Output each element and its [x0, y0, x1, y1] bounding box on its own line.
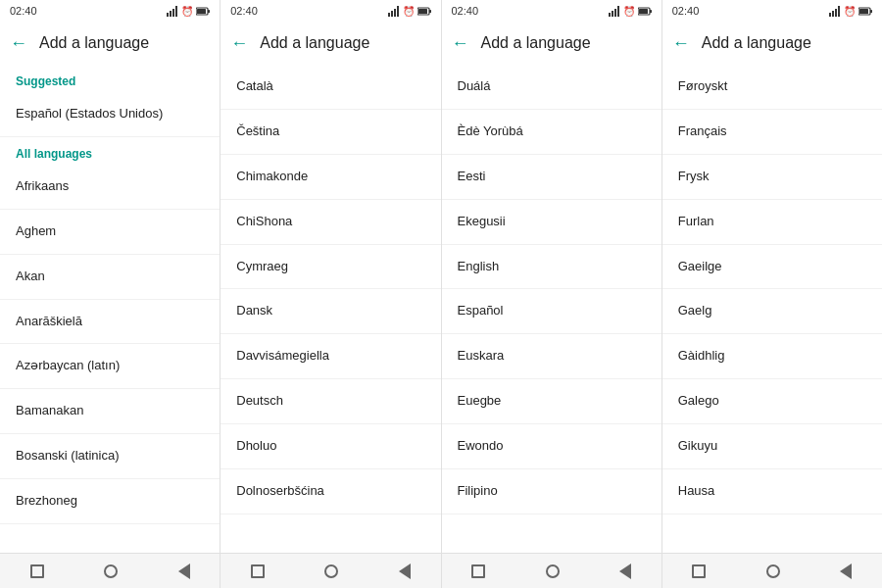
list-item[interactable]: Español — [442, 289, 662, 334]
nav-circle-icon[interactable] — [546, 564, 560, 578]
status-bar-4: 02:40⏰ — [662, 0, 882, 22]
list-item[interactable]: Anarāškielā — [0, 300, 220, 345]
list-item[interactable]: ChiShona — [220, 200, 440, 245]
svg-rect-26 — [870, 10, 872, 13]
language-list-4: FøroysktFrançaisFryskFurlanGaeilgeGaelgG… — [662, 65, 882, 553]
nav-circle-icon[interactable] — [104, 564, 118, 578]
svg-rect-15 — [612, 11, 613, 17]
svg-rect-0 — [167, 13, 169, 17]
phone-panel-3: 02:40⏰←Add a languageDuáláÈdè YorùbáEest… — [442, 0, 662, 588]
list-item[interactable]: Ekegusii — [442, 200, 662, 245]
battery-icon — [417, 6, 431, 16]
nav-bar-4 — [662, 553, 882, 588]
list-item[interactable]: Cymraeg — [220, 245, 440, 290]
phones-container: 02:40⏰←Add a languageSuggestedEspañol (E… — [0, 0, 882, 588]
svg-rect-6 — [197, 9, 206, 14]
status-bar-3: 02:40⏰ — [442, 0, 662, 22]
phone-panel-2: 02:40⏰←Add a languageCatalàČeštinaChimak… — [220, 0, 441, 588]
app-bar-title-3: Add a language — [481, 34, 591, 52]
app-bar-2: ←Add a language — [220, 22, 440, 65]
status-icons-2: ⏰ — [388, 5, 431, 17]
list-item[interactable]: Dolnoserbšćina — [220, 469, 440, 514]
status-icons-1: ⏰ — [167, 5, 210, 17]
svg-rect-14 — [609, 13, 611, 17]
list-item[interactable]: Dholuo — [220, 424, 440, 469]
app-bar-title-2: Add a language — [260, 34, 369, 52]
list-item[interactable]: Français — [662, 110, 882, 155]
list-item[interactable]: Azərbaycan (latın) — [0, 344, 220, 389]
list-item[interactable]: Afrikaans — [0, 165, 220, 210]
list-item[interactable]: Euegbe — [442, 379, 662, 424]
svg-rect-22 — [832, 11, 834, 17]
list-item[interactable]: Eesti — [442, 155, 662, 200]
list-item[interactable]: Ewondo — [442, 424, 662, 469]
alarm-icon: ⏰ — [623, 6, 635, 17]
svg-rect-10 — [397, 6, 399, 17]
list-item[interactable]: Gaeilge — [662, 245, 882, 290]
svg-rect-5 — [208, 10, 210, 13]
back-button-3[interactable]: ← — [452, 33, 469, 54]
list-item[interactable]: English — [442, 245, 662, 290]
svg-rect-17 — [617, 6, 619, 17]
svg-rect-21 — [829, 13, 831, 17]
list-item[interactable]: Deutsch — [220, 379, 440, 424]
alarm-icon: ⏰ — [844, 6, 856, 17]
svg-rect-27 — [859, 9, 868, 14]
nav-square-icon[interactable] — [251, 564, 265, 578]
status-time-4: 02:40 — [672, 5, 700, 17]
nav-square-icon[interactable] — [692, 564, 706, 578]
nav-bar-1 — [0, 553, 220, 588]
nav-back-icon[interactable] — [399, 564, 411, 579]
list-item[interactable]: Čeština — [220, 110, 440, 155]
list-item[interactable]: Akan — [0, 255, 220, 300]
list-item[interactable]: Chimakonde — [220, 155, 440, 200]
back-button-4[interactable]: ← — [672, 33, 690, 54]
list-item[interactable]: Filipino — [442, 469, 662, 514]
nav-circle-icon[interactable] — [766, 564, 780, 578]
back-button-2[interactable]: ← — [230, 33, 248, 54]
nav-circle-icon[interactable] — [324, 564, 338, 578]
nav-square-icon[interactable] — [30, 564, 44, 578]
section-label-1-0: Suggested — [0, 65, 220, 92]
list-item[interactable]: Gikuyu — [662, 424, 882, 469]
list-item[interactable]: Español (Estados Unidos) — [0, 92, 220, 137]
svg-rect-23 — [835, 9, 837, 17]
app-bar-title-4: Add a language — [702, 34, 811, 52]
list-item[interactable]: Gaelg — [662, 289, 882, 334]
list-item[interactable]: Føroyskt — [662, 65, 882, 110]
language-list-1: SuggestedEspañol (Estados Unidos)All lan… — [0, 65, 220, 553]
list-item[interactable]: Frysk — [662, 155, 882, 200]
language-list-3: DuáláÈdè YorùbáEestiEkegusiiEnglishEspañ… — [442, 65, 662, 553]
svg-rect-9 — [394, 9, 396, 17]
list-item[interactable]: Gàidhlig — [662, 334, 882, 379]
battery-icon — [196, 6, 210, 16]
list-item[interactable]: Euskara — [442, 334, 662, 379]
list-item[interactable]: Brezhoneg — [0, 479, 220, 524]
status-bar-2: 02:40⏰ — [220, 0, 440, 22]
nav-back-icon[interactable] — [840, 564, 852, 579]
list-item[interactable]: Galego — [662, 379, 882, 424]
list-item[interactable]: Hausa — [662, 469, 882, 514]
list-item[interactable]: Català — [220, 65, 440, 110]
list-item[interactable]: Bosanski (latinica) — [0, 434, 220, 479]
status-time-1: 02:40 — [10, 5, 37, 17]
alarm-icon: ⏰ — [403, 6, 415, 17]
list-item[interactable]: Furlan — [662, 200, 882, 245]
svg-rect-3 — [175, 6, 177, 17]
phone-panel-1: 02:40⏰←Add a languageSuggestedEspañol (E… — [0, 0, 220, 588]
list-item[interactable]: Davvisámegiella — [220, 334, 440, 379]
list-item[interactable]: Duálá — [442, 65, 662, 110]
list-item[interactable]: Èdè Yorùbá — [442, 110, 662, 155]
svg-rect-2 — [172, 9, 174, 17]
svg-rect-20 — [639, 9, 648, 14]
list-item[interactable]: Dansk — [220, 289, 440, 334]
signal-icon — [388, 5, 400, 17]
list-item[interactable]: Bamanakan — [0, 389, 220, 434]
nav-back-icon[interactable] — [178, 564, 190, 579]
nav-square-icon[interactable] — [471, 564, 485, 578]
nav-bar-3 — [442, 553, 662, 588]
nav-back-icon[interactable] — [619, 564, 631, 579]
list-item[interactable]: Aghem — [0, 210, 220, 255]
battery-icon — [638, 6, 652, 16]
back-button-1[interactable]: ← — [10, 33, 27, 54]
